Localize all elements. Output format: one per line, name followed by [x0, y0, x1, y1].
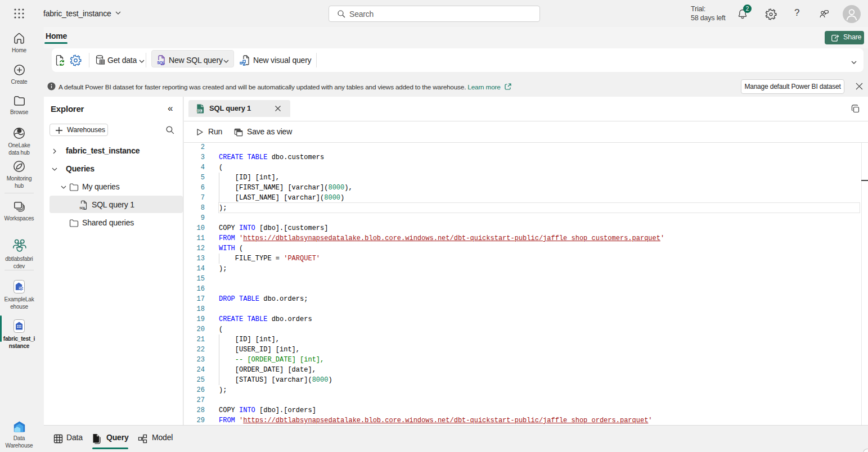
- svg-text:SQL: SQL: [79, 206, 86, 210]
- svg-text:SQL: SQL: [157, 61, 165, 65]
- svg-text:SQL: SQL: [196, 110, 202, 112]
